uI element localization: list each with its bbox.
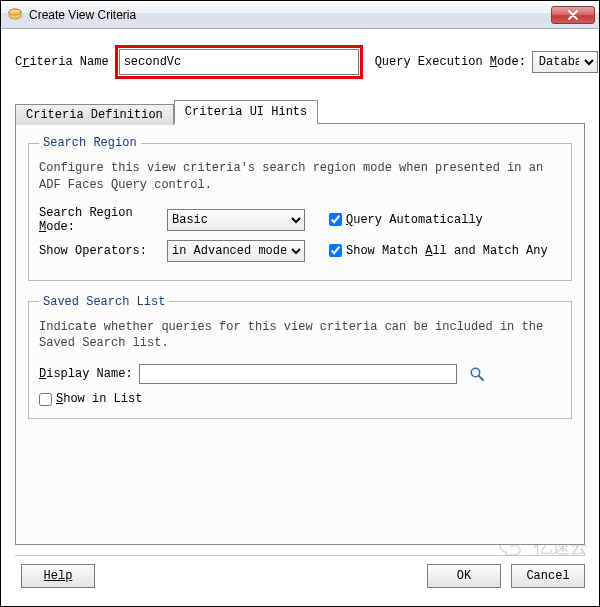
tab-criteria-definition[interactable]: Criteria Definition (15, 104, 174, 125)
tabstrip: Criteria Definition Criteria UI Hints (15, 99, 585, 123)
search-region-legend: Search Region (39, 136, 141, 150)
show-match-input[interactable] (329, 244, 342, 257)
saved-search-help: Indicate whether queries for this view c… (39, 319, 561, 353)
app-icon (7, 7, 23, 23)
query-automatically-input[interactable] (329, 213, 342, 226)
show-in-list-input[interactable] (39, 393, 52, 406)
dialog-body: Criteria Name Query Execution Mode: Data… (1, 29, 599, 606)
show-match-checkbox[interactable]: Show Match All and Match Any (329, 244, 548, 258)
search-mode-row: Search Region Mode: Basic Query Automati… (39, 206, 561, 234)
criteria-name-input[interactable] (119, 49, 359, 75)
ok-button[interactable]: OK (427, 564, 501, 588)
dialog-window: Create View Criteria Criteria Name Query… (0, 0, 600, 607)
saved-search-legend: Saved Search List (39, 295, 169, 309)
display-name-input[interactable] (139, 364, 457, 384)
tab-panel: Search Region Configure this view criter… (15, 123, 585, 545)
tab-criteria-ui-hints[interactable]: Criteria UI Hints (174, 100, 318, 124)
exec-mode-label: Query Execution Mode: (375, 55, 526, 69)
show-in-list-checkbox[interactable]: Show in List (39, 392, 561, 406)
criteria-name-row: Criteria Name Query Execution Mode: Data… (15, 45, 585, 79)
search-mode-select[interactable]: Basic (167, 209, 305, 231)
display-name-row: Display Name: (39, 364, 561, 384)
show-operators-select[interactable]: in Advanced mode (167, 240, 305, 262)
cancel-button[interactable]: Cancel (511, 564, 585, 588)
search-mode-label: Search Region Mode: (39, 206, 161, 234)
dialog-footer: Help OK Cancel (15, 555, 585, 588)
criteria-name-highlight (115, 45, 363, 79)
help-button[interactable]: Help (21, 564, 95, 588)
show-operators-label: Show Operators: (39, 244, 161, 258)
query-automatically-checkbox[interactable]: Query Automatically (329, 213, 483, 227)
display-name-label: Display Name: (39, 367, 133, 381)
exec-mode-select[interactable]: Database (532, 51, 598, 73)
close-button[interactable] (551, 6, 595, 24)
show-match-label: Show Match All and Match Any (346, 244, 548, 258)
query-automatically-label: Query Automatically (346, 213, 483, 227)
criteria-name-label: Criteria Name (15, 55, 109, 69)
search-region-group: Search Region Configure this view criter… (28, 136, 572, 281)
magnifier-icon[interactable] (469, 366, 485, 382)
saved-search-group: Saved Search List Indicate whether queri… (28, 295, 572, 420)
window-title: Create View Criteria (29, 8, 551, 22)
tabs: Criteria Definition Criteria UI Hints Se… (15, 99, 585, 545)
titlebar: Create View Criteria (1, 1, 599, 29)
show-operators-row: Show Operators: in Advanced mode Show Ma… (39, 240, 561, 262)
search-region-help: Configure this view criteria's search re… (39, 160, 561, 194)
svg-line-3 (478, 376, 482, 380)
show-in-list-label: Show in List (56, 392, 142, 406)
